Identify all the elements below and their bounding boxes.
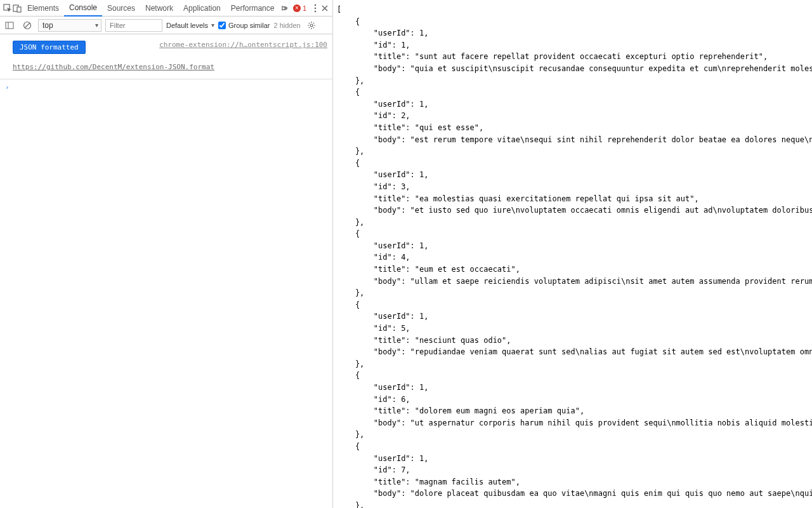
error-count: 1 (303, 4, 306, 12)
console-messages: JSON formatted chrome-extension://h…onte… (0, 34, 332, 508)
tab-sources[interactable]: Sources (102, 0, 140, 17)
group-similar-label: Group similar (228, 22, 270, 29)
context-select[interactable]: top (38, 19, 102, 32)
devtools-panel: Elements Console Sources Network Applica… (0, 0, 333, 508)
svg-line-9 (25, 23, 30, 28)
clear-console-icon[interactable] (20, 18, 34, 32)
context-value: top (43, 21, 53, 30)
console-prompt[interactable]: › (0, 79, 332, 95)
log-levels-select[interactable]: Default levels (166, 22, 214, 29)
hidden-count[interactable]: 2 hidden (273, 22, 300, 29)
devtools-tabs: Elements Console Sources Network Applica… (0, 0, 332, 17)
json-content-pane: [ { "userId": 1, "id": 1, "title": "sunt… (333, 0, 812, 508)
tab-elements[interactable]: Elements (22, 0, 64, 17)
tab-network[interactable]: Network (140, 0, 178, 17)
console-log-line: JSON formatted chrome-extension://h…onte… (0, 39, 332, 55)
svg-rect-2 (17, 7, 21, 12)
error-badge[interactable]: 1 (289, 4, 310, 12)
svg-point-5 (314, 10, 316, 12)
svg-rect-6 (6, 22, 13, 29)
console-toolbar: top Default levels Group similar 2 hidde… (0, 17, 332, 34)
repo-link[interactable]: https://github.com/DecentM/extension-JSO… (13, 63, 332, 71)
toggle-sidebar-icon[interactable] (3, 18, 16, 32)
tab-console[interactable]: Console (64, 0, 102, 17)
kebab-menu-icon[interactable] (310, 2, 320, 15)
inspect-icon[interactable] (3, 2, 12, 15)
tab-performance[interactable]: Performance (226, 0, 280, 17)
close-icon[interactable] (320, 2, 330, 15)
json-formatted-button[interactable]: JSON formatted (13, 41, 86, 54)
svg-point-3 (314, 4, 316, 6)
svg-point-10 (310, 24, 313, 27)
more-tabs-icon[interactable] (279, 2, 289, 15)
device-toggle-icon[interactable] (12, 2, 22, 15)
filter-input[interactable] (105, 19, 162, 32)
group-similar-checkbox[interactable]: Group similar (218, 22, 270, 29)
source-link[interactable]: chrome-extension://h…ontentscript.js:100 (159, 41, 327, 49)
settings-gear-icon[interactable] (304, 18, 318, 32)
svg-point-4 (314, 7, 316, 9)
tab-application[interactable]: Application (178, 0, 226, 17)
error-icon (293, 4, 301, 12)
group-similar-input[interactable] (218, 22, 226, 29)
